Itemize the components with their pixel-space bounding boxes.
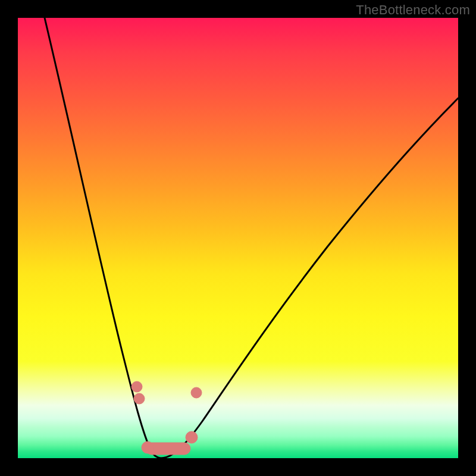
watermark-text: TheBottleneck.com [356,2,470,18]
right-curve [161,98,458,458]
svg-point-0 [131,381,142,392]
svg-point-1 [134,393,145,404]
left-curve [45,18,161,458]
svg-point-5 [186,431,198,443]
plot-area [18,18,458,458]
svg-point-4 [142,441,154,453]
valley-marker [131,381,202,455]
chart-frame: TheBottleneck.com [0,0,476,476]
svg-point-2 [191,387,202,398]
curves-svg [18,18,458,458]
